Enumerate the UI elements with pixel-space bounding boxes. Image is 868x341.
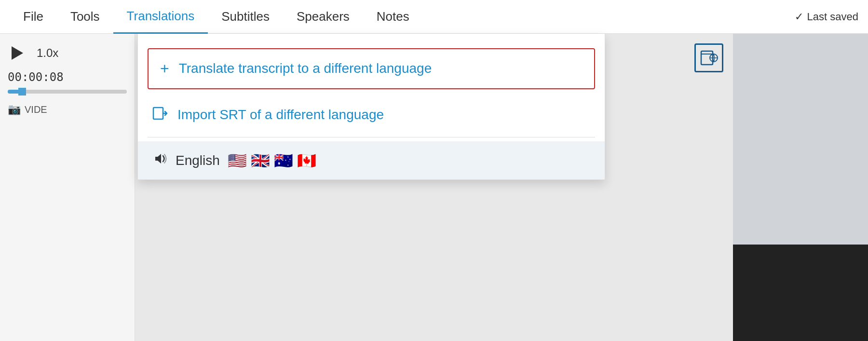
nav-translations[interactable]: Translations — [113, 0, 208, 34]
nav-subtitles[interactable]: Subtitles — [208, 0, 283, 34]
flag-gb: 🇬🇧 — [251, 151, 270, 170]
right-icon-area — [685, 34, 733, 82]
progress-bar[interactable] — [8, 90, 127, 94]
english-language-item[interactable]: English 🇺🇸 🇬🇧 🇦🇺 🇨🇦 — [138, 141, 605, 179]
last-saved-label: Last saved — [807, 11, 858, 23]
last-saved-indicator: ✓ Last saved — [795, 11, 858, 23]
timestamp-display: 00:00:08 — [8, 70, 127, 84]
play-button[interactable] — [8, 43, 27, 63]
nav-file[interactable]: File — [10, 0, 57, 34]
video-label: 📷 VIDE — [8, 103, 127, 116]
video-text: VIDE — [25, 104, 47, 115]
checkmark-icon: ✓ — [795, 11, 803, 23]
translate-transcript-label: Translate transcript to a different lang… — [179, 60, 432, 77]
video-camera-icon: 📷 — [8, 103, 21, 116]
plus-icon: + — [160, 60, 169, 78]
left-panel: 1.0x 00:00:08 📷 VIDE — [0, 34, 135, 341]
app-bar: File Tools Translations Subtitles Speake… — [0, 0, 868, 34]
flag-au: 🇦🇺 — [274, 151, 293, 170]
translate-transcript-item[interactable]: + Translate transcript to a different la… — [148, 48, 595, 89]
import-icon — [152, 106, 168, 124]
flag-us: 🇺🇸 — [228, 151, 247, 170]
flag-ca: 🇨🇦 — [297, 151, 316, 170]
speaker-icon — [152, 151, 168, 170]
right-panel — [733, 34, 868, 278]
playback-controls: 1.0x — [8, 43, 127, 63]
dark-preview-area — [733, 245, 868, 341]
globe-book-icon[interactable] — [694, 43, 723, 72]
progress-thumb[interactable] — [18, 88, 26, 95]
import-srt-item[interactable]: Import SRT of a different language — [138, 97, 605, 133]
svg-rect-0 — [153, 108, 163, 119]
english-label: English — [176, 153, 220, 168]
nav-speakers[interactable]: Speakers — [283, 0, 363, 34]
speed-label[interactable]: 1.0x — [37, 46, 58, 60]
dropdown-divider — [148, 137, 595, 137]
play-icon — [12, 46, 23, 60]
translations-dropdown: + Translate transcript to a different la… — [137, 34, 605, 180]
nav-notes[interactable]: Notes — [363, 0, 423, 34]
flag-group: 🇺🇸 🇬🇧 🇦🇺 🇨🇦 — [228, 151, 316, 170]
import-srt-label: Import SRT of a different language — [177, 106, 384, 123]
nav-tools[interactable]: Tools — [57, 0, 113, 34]
